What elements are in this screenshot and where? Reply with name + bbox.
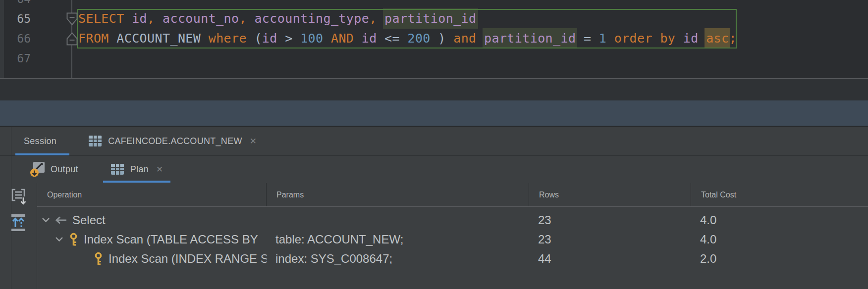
params-cell: index: SYS_C008647; (267, 249, 529, 268)
operation-label: Select (72, 213, 106, 227)
close-icon[interactable]: ✕ (250, 136, 257, 146)
output-icon (30, 161, 45, 178)
rows-cell: 23 (529, 210, 691, 230)
sql-editor[interactable]: 6465SELECT id, account_no, accounting_ty… (0, 0, 868, 78)
line-number: 66 (0, 29, 31, 48)
session-tab-bar: Session CAFEINCODE.ACCOUNT_NEW ✕ (0, 127, 868, 156)
plan-panel: Operation Params Rows Total Cost Select2… (0, 183, 868, 289)
result-tab-bar: Output Plan ✕ (0, 156, 868, 183)
column-header-total-cost[interactable]: Total Cost (691, 183, 868, 206)
plan-row[interactable]: Index Scan (TABLE ACCESS BYtable: ACCOUN… (37, 230, 868, 249)
tab-session[interactable]: Session (15, 127, 69, 155)
code-text: SELECT id, account_no, accounting_type, … (78, 9, 477, 29)
expand-all-button[interactable] (10, 214, 27, 231)
close-icon[interactable]: ✕ (156, 164, 163, 175)
output-tab-label: Output (51, 164, 78, 175)
tab-table-result[interactable]: CAFEINCODE.ACCOUNT_NEW ✕ (79, 127, 270, 155)
chevron-down-icon[interactable] (42, 217, 50, 223)
editor-line[interactable]: 67 (0, 48, 868, 68)
rows-cell: 23 (529, 230, 691, 249)
plan-table: Operation Params Rows Total Cost Select2… (37, 183, 868, 289)
code-text: FROM ACCOUNT_NEW where (id > 100 AND id … (78, 29, 737, 48)
key-icon (94, 252, 103, 266)
plan-table-header: Operation Params Rows Total Cost (37, 183, 868, 207)
editor-line[interactable]: 65SELECT id, account_no, accounting_type… (0, 9, 868, 29)
operation-cell: Select (37, 210, 267, 230)
services-panel: Session CAFEINCODE.ACCOUNT_NEW ✕ (0, 127, 868, 289)
line-number: 67 (0, 48, 31, 68)
total-cost-cell: 4.0 (691, 230, 868, 249)
line-number: 64 (0, 0, 31, 9)
plan-row[interactable]: Index Scan (INDEX RANGE SCindex: SYS_C00… (37, 249, 868, 268)
line-number: 65 (0, 9, 31, 29)
table-tab-label: CAFEINCODE.ACCOUNT_NEW (108, 136, 242, 146)
key-icon (69, 233, 78, 246)
database-ide-window: 6465SELECT id, account_no, accounting_ty… (0, 0, 868, 289)
table-icon (88, 134, 103, 148)
tab-plan[interactable]: Plan ✕ (103, 156, 170, 183)
editor-line[interactable]: 66FROM ACCOUNT_NEW where (id > 100 AND i… (0, 29, 868, 48)
plan-toolbar (0, 183, 37, 289)
panel-left-divider (11, 127, 11, 289)
editor-left-strip (0, 0, 4, 78)
table-icon (110, 162, 125, 177)
editor-line[interactable]: 64 (0, 0, 868, 9)
operation-label: Index Scan (TABLE ACCESS BY (84, 233, 258, 246)
operation-label: Index Scan (INDEX RANGE SC (108, 252, 267, 266)
editor-footer-strip (0, 78, 868, 100)
chevron-down-icon[interactable] (55, 237, 63, 242)
total-cost-cell: 4.0 (691, 210, 868, 230)
expand-all-icon (10, 214, 26, 231)
plan-row[interactable]: Select234.0 (37, 210, 868, 230)
tab-output[interactable]: Output (23, 156, 85, 183)
rows-cell: 44 (529, 249, 691, 268)
fold-collapse-icon[interactable] (66, 12, 78, 26)
params-cell: table: ACCOUNT_NEW; (267, 230, 529, 249)
operation-cell: Index Scan (TABLE ACCESS BY (37, 230, 267, 249)
column-header-params[interactable]: Params (267, 183, 529, 206)
show-options-button[interactable] (10, 188, 27, 205)
fold-collapse-end-icon[interactable] (66, 32, 78, 46)
operation-cell: Index Scan (INDEX RANGE SC (37, 249, 267, 268)
params-cell (267, 210, 529, 230)
column-header-operation[interactable]: Operation (37, 183, 267, 206)
total-cost-cell: 2.0 (691, 249, 868, 268)
session-tab-label: Session (24, 136, 56, 146)
list-format-icon (10, 188, 26, 205)
column-header-rows[interactable]: Rows (529, 183, 691, 206)
panel-splitter[interactable] (0, 100, 868, 127)
result-arrow-icon (55, 216, 67, 224)
plan-tab-label: Plan (130, 164, 149, 175)
